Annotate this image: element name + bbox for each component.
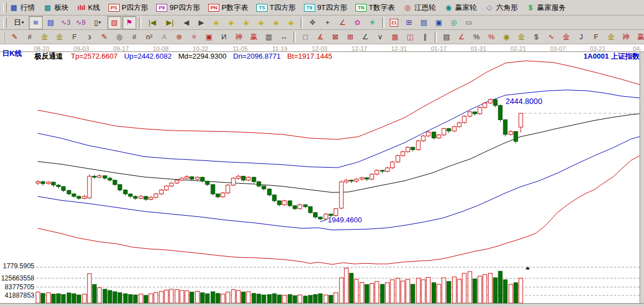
ying-grid-tool-icon: 赢 — [250, 32, 257, 42]
notes-button[interactable]: ▤ — [417, 16, 431, 29]
wave-a-tool-button[interactable]: ∿ — [544, 30, 558, 44]
money-pen-tool-button[interactable]: $ — [529, 30, 543, 44]
crosshair-tool-button[interactable]: + — [321, 16, 334, 29]
print-button[interactable]: ▭ — [462, 16, 476, 29]
symbol-label[interactable]: 1A0001 上证指数 — [584, 51, 640, 61]
shen-angle-tool-button[interactable]: 神 — [619, 30, 633, 44]
pen-tool-button[interactable]: ✎ — [8, 30, 22, 44]
calendar-button[interactable]: 21 — [387, 16, 401, 29]
flower-tool-button[interactable]: ✿ — [351, 16, 364, 29]
angle-tool-button[interactable]: ∠ — [336, 16, 349, 29]
money-pen-tool-icon: $ — [534, 33, 538, 41]
parallel-lines-tool-button[interactable]: ∥ — [418, 30, 432, 44]
panel-period-label[interactable]: 日K线 — [2, 49, 22, 59]
last-bar-button[interactable]: ▶| — [162, 16, 178, 29]
menu-item-t-sifangxing[interactable]: TST四方形 — [256, 3, 296, 13]
gold-line-tool-icon: 金 — [518, 32, 525, 42]
compass-target-tool-button[interactable]: ⊕ — [172, 30, 186, 44]
menu-item-liujiaoxing[interactable]: ◇六角形 — [485, 3, 518, 13]
menu-item-yingjiafuwu[interactable]: $赢家服务 — [526, 3, 566, 13]
shift-left-button[interactable]: ◈ — [209, 16, 223, 29]
stats-table-tool-button[interactable]: ▤ — [440, 30, 454, 44]
grid-box-tool-button[interactable]: ▦ — [388, 30, 402, 44]
menu-item-9t-sifangxing[interactable]: T99T四方形 — [304, 3, 347, 13]
fan-lines-tool-button[interactable]: ∡ — [313, 30, 327, 44]
menu-item-p-sifangxing[interactable]: PSP四方形 — [109, 3, 148, 13]
fan-box2-tool-button[interactable]: ⊞ — [343, 30, 357, 44]
indicator-value: Dn=2096.8771 — [233, 52, 281, 60]
date-tick-label: 03-07 — [550, 45, 565, 52]
target-circle-tool-button[interactable]: ◎ — [112, 30, 126, 44]
prev-bar-button[interactable]: ◀ — [179, 16, 193, 29]
expand-h-button[interactable]: ◈ — [239, 16, 253, 29]
chart-9-button[interactable]: ∿9 — [74, 16, 87, 29]
arrow-fan-tool-button[interactable]: ∠ — [358, 30, 372, 44]
menu-item-hangqing[interactable]: ▦行情 — [9, 3, 35, 13]
compress-h-button[interactable]: ◈ — [254, 16, 268, 29]
stock-mark-button[interactable]: ▧ — [107, 16, 121, 29]
zoom-full-button[interactable]: ◈ — [284, 16, 298, 29]
gold-angle-tool-button[interactable]: 金 — [559, 30, 573, 44]
percent-tool-icon: % — [473, 33, 480, 41]
menu-item-p-shuzibiao[interactable]: PNP数字表 — [208, 3, 248, 13]
info-panel-button[interactable]: ▤ — [44, 16, 58, 29]
hash-grid-tool-button[interactable]: # — [23, 30, 37, 44]
menu-item-9p-sifangxing[interactable]: P99P四方形 — [156, 3, 200, 13]
kline-chart-canvas[interactable] — [0, 44, 644, 307]
f-angle-tool-button[interactable]: F — [589, 30, 603, 44]
zoom-in-button[interactable]: ◈ — [269, 16, 283, 29]
dropdown-arrow-icon: ▾ — [99, 20, 101, 25]
gold-grid-tool-button[interactable]: 金 — [38, 30, 51, 44]
fan-box-tool-button[interactable]: ⊠ — [328, 30, 342, 44]
ying-grid-tool-button[interactable]: 赢 — [247, 30, 261, 44]
hand-tool-button[interactable]: ✥ — [306, 16, 320, 29]
period-day-button[interactable]: 日▾ — [10, 16, 28, 29]
box-grid-tool-button[interactable]: ▣ — [202, 30, 216, 44]
a-ruler-tool-button[interactable]: A — [157, 30, 171, 44]
first-bar-button[interactable]: |◀ — [144, 16, 161, 29]
web-button[interactable]: ◎ — [447, 16, 461, 29]
save-button[interactable]: ▣ — [432, 16, 446, 29]
percent-angle-tool-button[interactable]: ∠ — [455, 30, 468, 44]
knife-tool-button[interactable]: ✎ — [97, 30, 111, 44]
hash2-tool-button[interactable]: # — [127, 30, 141, 44]
k-quote-tool-button[interactable]: И — [217, 30, 231, 44]
print-icon: ▭ — [465, 18, 472, 27]
gold-circle-tool-button[interactable]: ◉ — [499, 30, 513, 44]
leaf-tool-button[interactable]: ✳ — [365, 16, 379, 29]
gold-grid2-tool-button[interactable]: 金 — [53, 30, 66, 44]
number-grid-tool-button[interactable]: ▥ — [262, 30, 276, 44]
wave-tool-button[interactable]: ∨ — [373, 30, 387, 44]
n2-grid-tool-button[interactable]: n² — [142, 30, 156, 44]
menu-item-bankuai[interactable]: ▩板块 — [43, 3, 69, 13]
star-grid-tool-button[interactable]: ✳ — [187, 30, 201, 44]
web-icon: ◎ — [451, 18, 457, 27]
next-bar-button[interactable]: ▶ — [194, 16, 208, 29]
menu-item-kxian[interactable]: ılılK线 — [77, 3, 100, 13]
candle-style-button[interactable]: ▯▾ — [89, 16, 106, 29]
toolbar-grip[interactable] — [3, 3, 7, 13]
gold-line-tool-button[interactable]: 金 — [514, 30, 528, 44]
toolbar-grip[interactable] — [3, 18, 7, 28]
chart-3-button[interactable]: ∿3 — [59, 16, 73, 29]
toolbar-grip[interactable] — [3, 32, 4, 42]
calculator-button[interactable]: ⊞ — [402, 16, 416, 29]
flag-button[interactable]: ⚑ — [122, 16, 136, 29]
box-ruler-tool-button[interactable]: ◻ — [298, 30, 312, 44]
percent-line-tool-button[interactable]: % — [485, 30, 498, 44]
menu-item-t-shuzibiao[interactable]: TNT数字表 — [356, 3, 395, 13]
width-tool-button[interactable]: ↔ — [277, 30, 291, 44]
shen-grid-tool-button[interactable]: 神 — [232, 30, 246, 44]
gold2-angle-tool-button[interactable]: 金 — [604, 30, 618, 44]
menu-item-yingjialun[interactable]: ◉赢家轮 — [444, 3, 477, 13]
menu-item-jiangenlun[interactable]: ◎江恩轮 — [403, 3, 436, 13]
percent-tool-button[interactable]: % — [470, 30, 483, 44]
t-number-table-icon: TN — [356, 4, 367, 12]
ying-angle-tool-button[interactable]: 赢 — [634, 30, 644, 44]
j-angle-tool-button[interactable]: J — [574, 30, 588, 44]
channel-overlay-button[interactable]: ≋ — [29, 16, 43, 29]
f-grid-tool-button[interactable]: F — [68, 30, 81, 44]
shift-right-button[interactable]: ◈ — [224, 16, 238, 29]
grid-box2-tool-button[interactable]: ◫ — [403, 30, 417, 44]
spiral-tool-button[interactable]: ϶ — [83, 30, 96, 44]
